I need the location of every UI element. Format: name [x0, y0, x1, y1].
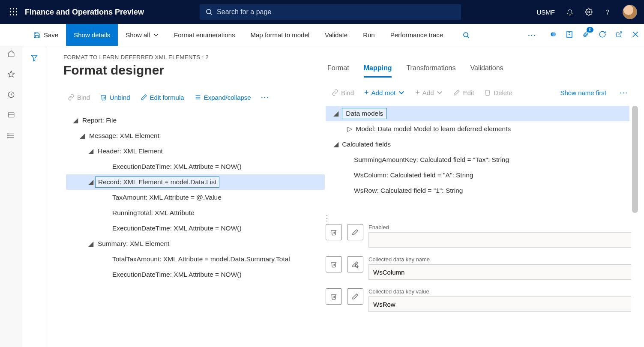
tab-transformations[interactable]: Transformations — [406, 64, 455, 78]
enabled-label: Enabled — [368, 224, 631, 230]
overflow-icon[interactable]: ⋯ — [524, 30, 539, 40]
app-title: Finance and Operations Preview — [25, 8, 144, 17]
ds-node-calculated-fields[interactable]: ◢ Calculated fields — [326, 137, 629, 152]
mapping-overflow-icon[interactable]: ⋯ — [616, 87, 631, 98]
expand-collapse-button[interactable]: Expand/collapse — [190, 92, 255, 103]
bell-icon[interactable] — [566, 8, 574, 16]
gear-icon[interactable] — [585, 8, 593, 16]
show-details-button[interactable]: Show details — [66, 24, 118, 46]
left-rail — [0, 24, 22, 347]
tree-node-header[interactable]: ◢Header: XML Element — [66, 144, 325, 159]
avatar[interactable] — [623, 5, 637, 19]
ds-node-data-models[interactable]: ◢ Data models — [326, 106, 629, 121]
filter-icon[interactable] — [30, 54, 38, 347]
workspace-icon[interactable] — [7, 111, 15, 121]
map-format-button[interactable]: Map format to model — [243, 24, 318, 46]
run-button[interactable]: Run — [355, 24, 383, 46]
tree-node-report[interactable]: ◢Report: File — [66, 113, 325, 128]
attachments-icon[interactable]: 0 — [582, 30, 589, 40]
tree-label: ExecutionDateTime: XML Attribute = NOW() — [110, 162, 244, 172]
tree-node-exec2[interactable]: ExecutionDateTime: XML Attribute = NOW() — [66, 221, 325, 236]
refresh-icon[interactable] — [599, 30, 606, 40]
recent-icon[interactable] — [7, 91, 15, 100]
svg-marker-16 — [8, 71, 14, 77]
page-title: Format designer — [63, 63, 325, 78]
edit-formula-button[interactable]: Edit formula — [136, 92, 189, 103]
expand-label: Expand/collapse — [204, 94, 251, 101]
keyname-delete-button[interactable] — [326, 256, 342, 272]
chevron-down-icon — [153, 33, 159, 38]
help-icon[interactable] — [604, 8, 611, 16]
svg-rect-7 — [13, 14, 14, 15]
home-icon[interactable] — [7, 50, 15, 59]
enabled-input[interactable] — [368, 232, 631, 248]
bind-label: Bind — [77, 94, 90, 101]
left-overflow-icon[interactable]: ⋯ — [257, 92, 273, 102]
tree-node-summary[interactable]: ◢Summary: XML Element — [66, 236, 325, 251]
keyval-edit-button[interactable] — [347, 288, 363, 305]
find-button[interactable] — [455, 24, 477, 46]
keyval-input[interactable] — [368, 296, 631, 312]
performance-trace-button[interactable]: Performance trace — [383, 24, 451, 46]
show-all-button[interactable]: Show all — [118, 24, 166, 46]
add-root-button[interactable]: + Add root — [360, 87, 409, 98]
edit-button[interactable]: Edit — [449, 87, 478, 98]
edit-label: Edit — [463, 89, 474, 96]
tree-label: TaxAmount: XML Attribute = @.Value — [110, 192, 224, 203]
enabled-delete-button[interactable] — [326, 224, 342, 240]
format-tree: ◢Report: File ◢Message: XML Element ◢Hea… — [46, 113, 325, 282]
tree-node-record[interactable]: ◢Record: XML Element = model.Data.List — [66, 174, 325, 190]
ds-node-model[interactable]: ▷ Model: Data model Model to learn defer… — [326, 121, 629, 137]
svg-line-10 — [210, 13, 212, 15]
perf-trace-label: Performance trace — [390, 31, 443, 39]
svg-rect-5 — [16, 11, 17, 12]
keyval-delete-button[interactable] — [326, 288, 342, 305]
tree-node-totaltax[interactable]: TotalTaxAmount: XML Attribute = model.Da… — [66, 251, 325, 267]
tree-label: ExecutionDateTime: XML Attribute = NOW() — [110, 269, 244, 280]
tree-node-exec1[interactable]: ExecutionDateTime: XML Attribute = NOW() — [66, 159, 325, 174]
keyname-edit-button[interactable] — [347, 256, 363, 272]
save-button[interactable]: Save — [26, 24, 66, 46]
tree-node-runningtotal[interactable]: RunningTotal: XML Attribute — [66, 205, 325, 221]
tree-node-taxamount[interactable]: TaxAmount: XML Attribute = @.Value — [66, 190, 325, 205]
delete-button[interactable]: Delete — [480, 87, 516, 98]
svg-rect-8 — [16, 14, 17, 15]
svg-point-23 — [7, 134, 8, 135]
mapping-bind-button[interactable]: Bind — [327, 87, 358, 98]
filter-rail — [22, 46, 46, 347]
tree-node-message[interactable]: ◢Message: XML Element — [66, 128, 325, 144]
tree-label: Header: XML Element — [95, 146, 165, 156]
tab-format[interactable]: Format — [327, 64, 349, 78]
modules-icon[interactable] — [7, 132, 15, 141]
svg-point-26 — [464, 33, 468, 37]
tab-validations[interactable]: Validations — [470, 64, 503, 78]
datasource-tree: ◢ Data models ▷ Model: Data model Model … — [326, 106, 629, 198]
ds-node-summingkey[interactable]: SummingAmountKey: Calculated field = "Ta… — [326, 152, 629, 168]
office-icon[interactable] — [566, 30, 573, 40]
bind-button[interactable]: Bind — [63, 92, 94, 103]
add-root-label: Add root — [371, 89, 396, 96]
show-all-label: Show all — [126, 31, 150, 39]
tree-node-exec3[interactable]: ExecutionDateTime: XML Attribute = NOW() — [66, 267, 325, 282]
svg-rect-3 — [10, 11, 11, 12]
waffle-icon[interactable] — [5, 8, 22, 16]
popout-icon[interactable] — [616, 31, 623, 39]
enabled-edit-button[interactable] — [347, 224, 363, 240]
show-name-first-link[interactable]: Show name first — [560, 89, 606, 96]
keyname-input[interactable] — [368, 264, 631, 280]
tab-mapping[interactable]: Mapping — [364, 64, 392, 78]
close-icon[interactable] — [632, 31, 639, 39]
search-input[interactable]: Search for a page — [200, 4, 461, 20]
legal-entity[interactable]: USMF — [537, 9, 555, 16]
dataverse-icon[interactable] — [549, 30, 557, 40]
svg-point-9 — [207, 9, 211, 14]
validate-button[interactable]: Validate — [317, 24, 355, 46]
ds-label: WsRow: Calculated field = "1": String — [354, 187, 463, 194]
ds-node-wsrow[interactable]: WsRow: Calculated field = "1": String — [326, 183, 629, 198]
unbind-button[interactable]: Unbind — [96, 92, 135, 103]
format-enumerations-button[interactable]: Format enumerations — [166, 24, 243, 46]
add-button[interactable]: + Add — [411, 87, 447, 98]
scrollbar[interactable] — [632, 106, 638, 213]
star-icon[interactable] — [7, 70, 15, 80]
ds-node-wscolumn[interactable]: WsColumn: Calculated field = "A": String — [326, 168, 629, 183]
